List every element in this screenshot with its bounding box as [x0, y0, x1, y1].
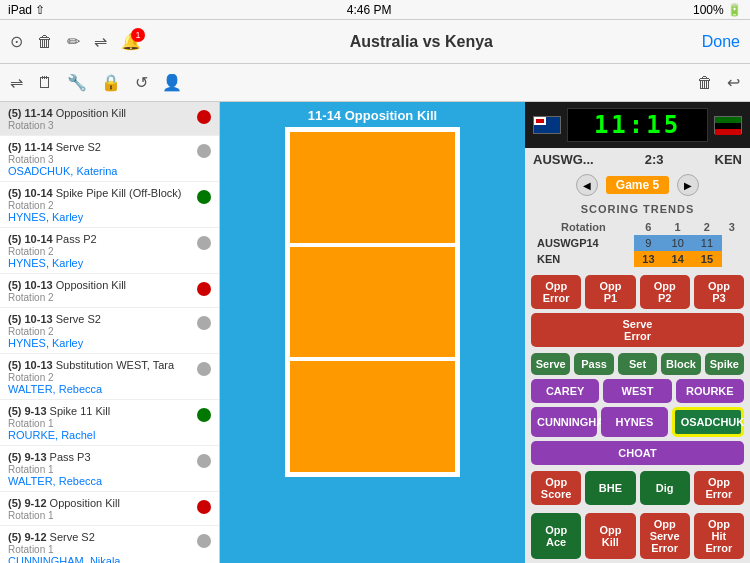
skill-buttons: Serve Pass Set Block Spike — [525, 351, 750, 377]
col-6: 6 — [634, 219, 663, 235]
play-info: (5) 10-14 Spike Pipe Kill (Off-Block) Ro… — [8, 186, 191, 223]
settings-icon[interactable]: 🔧 — [67, 73, 87, 92]
play-score: (5) 10-13 — [8, 313, 56, 325]
play-info: (5) 9-12 Opposition Kill Rotation 1 — [8, 496, 191, 521]
lock-icon[interactable]: 🔒 — [101, 73, 121, 92]
team-b-name: KEN — [715, 152, 742, 167]
aus-r6: 9 — [634, 235, 663, 251]
play-player: WALTER, Rebecca — [8, 383, 191, 395]
spike-btn[interactable]: Spike — [705, 353, 744, 375]
opp-action-row: OppError OppP1 OppP2 OppP3 ServeError — [525, 271, 750, 351]
play-info: (5) 9-12 Serve S2 Rotation 1 CUNNINGHAM,… — [8, 530, 191, 563]
ken-r6: 13 — [634, 251, 663, 267]
play-type: Substitution WEST, Tara — [56, 359, 174, 371]
play-item[interactable]: (5) 11-14 Serve S2 Rotation 3 OSADCHUK, … — [0, 136, 219, 182]
play-item[interactable]: (5) 9-12 Opposition Kill Rotation 1 — [0, 492, 219, 526]
play-type: Spike Pipe Kill (Off-Block) — [56, 187, 182, 199]
play-item[interactable]: (5) 10-14 Spike Pipe Kill (Off-Block) Ro… — [0, 182, 219, 228]
ken-r3 — [722, 251, 742, 267]
serve-btn[interactable]: Serve — [531, 353, 570, 375]
dig-btn[interactable]: Dig — [640, 471, 690, 505]
play-dot — [197, 500, 211, 514]
notification-icon[interactable]: 🔔1 — [121, 32, 141, 51]
col-3: 3 — [722, 219, 742, 235]
pass-btn[interactable]: Pass — [574, 353, 613, 375]
next-game-btn[interactable]: ▶ — [677, 174, 699, 196]
opp-kill-btn[interactable]: OppKill — [585, 513, 635, 559]
play-item[interactable]: (5) 10-13 Serve S2 Rotation 2 HYNES, Kar… — [0, 308, 219, 354]
trash-icon[interactable]: 🗑 — [697, 74, 713, 92]
play-item[interactable]: (5) 10-13 Opposition Kill Rotation 2 — [0, 274, 219, 308]
second-toolbar: ⇌ 🗒 🔧 🔒 ↺ 👤 🗑 ↩ — [0, 64, 750, 102]
play-info: (5) 11-14 Opposition Kill Rotation 3 — [8, 106, 191, 131]
west-btn[interactable]: WEST — [603, 379, 671, 403]
carey-btn[interactable]: CAREY — [531, 379, 599, 403]
court-label: 11-14 Opposition Kill — [308, 102, 437, 127]
done-button[interactable]: Done — [702, 33, 740, 51]
play-rotation: Rotation 3 — [8, 154, 191, 165]
play-rotation: Rotation 2 — [8, 292, 191, 303]
play-score: (5) 10-14 — [8, 187, 56, 199]
trends-row-aus: AUSWGP14 9 10 11 — [533, 235, 742, 251]
play-player: HYNES, Karley — [8, 257, 191, 269]
serve-error-btn[interactable]: ServeError — [531, 313, 744, 347]
play-item[interactable]: (5) 9-13 Spike 11 Kill Rotation 1 ROURKE… — [0, 400, 219, 446]
play-dot — [197, 408, 211, 422]
play-score: (5) 10-14 — [8, 233, 56, 245]
rourke-btn[interactable]: ROURKE — [676, 379, 744, 403]
swap-icon[interactable]: ⇌ — [94, 32, 107, 51]
aus-label: AUSWGP14 — [533, 235, 634, 251]
play-item[interactable]: (5) 11-14 Opposition Kill Rotation 3 — [0, 102, 219, 136]
trends-title: SCORING TRENDS — [533, 203, 742, 215]
stats-icon[interactable]: 🗒 — [37, 74, 53, 92]
choat-btn[interactable]: CHOAT — [531, 441, 744, 465]
filter-icon[interactable]: ⊙ — [10, 32, 23, 51]
play-info: (5) 11-14 Serve S2 Rotation 3 OSADCHUK, … — [8, 140, 191, 177]
player-icon[interactable]: 👤 — [162, 73, 182, 92]
opp-hit-error-btn[interactable]: OppHit Error — [694, 513, 744, 559]
hynes-btn[interactable]: HYNES — [601, 407, 667, 437]
aus-r3 — [722, 235, 742, 251]
play-info: (5) 10-13 Opposition Kill Rotation 2 — [8, 278, 191, 303]
opp-error-2-btn[interactable]: OppError — [694, 471, 744, 505]
play-item[interactable]: (5) 9-12 Serve S2 Rotation 1 CUNNINGHAM,… — [0, 526, 219, 563]
match-title: Australia vs Kenya — [350, 33, 493, 51]
trends-table: Rotation 6 1 2 3 AUSWGP14 9 10 11 — [533, 219, 742, 267]
play-item[interactable]: (5) 9-13 Pass P3 Rotation 1 WALTER, Rebe… — [0, 446, 219, 492]
game-label: Game 5 — [606, 176, 669, 194]
prev-game-btn[interactable]: ◀ — [576, 174, 598, 196]
set-btn[interactable]: Set — [618, 353, 657, 375]
team-a-name: AUSWG... — [533, 152, 594, 167]
opp-p3-btn[interactable]: OppP3 — [694, 275, 744, 309]
opp-p1-btn[interactable]: OppP1 — [585, 275, 635, 309]
choat-row: CHOAT — [525, 439, 750, 467]
players-row-2: CUNNINGHA... HYNES OSADCHUK — [525, 405, 750, 439]
opp-score-btn[interactable]: OppScore — [531, 471, 581, 505]
opp-ace-btn[interactable]: OppAce — [531, 513, 581, 559]
play-item[interactable]: (5) 10-13 Substitution WEST, Tara Rotati… — [0, 354, 219, 400]
bhe-btn[interactable]: BHE — [585, 471, 635, 505]
opp-serve-error-btn[interactable]: OppServe Error — [640, 513, 690, 559]
volleyball-court — [285, 127, 460, 477]
col-1: 1 — [663, 219, 692, 235]
play-score: (5) 9-12 — [8, 497, 50, 509]
play-item[interactable]: (5) 10-14 Pass P2 Rotation 2 HYNES, Karl… — [0, 228, 219, 274]
status-bar: iPad ⇧ 4:46 PM 100% 🔋 — [0, 0, 750, 20]
opp-p2-btn[interactable]: OppP2 — [640, 275, 690, 309]
edit-icon[interactable]: ✏ — [67, 32, 80, 51]
back-icon[interactable]: ↩ — [727, 73, 740, 92]
play-rotation: Rotation 2 — [8, 246, 191, 257]
delete-icon[interactable]: 🗑 — [37, 33, 53, 51]
play-type: Serve S2 — [56, 141, 101, 153]
main-content: (5) 11-14 Opposition Kill Rotation 3 (5)… — [0, 102, 750, 563]
col-2: 2 — [692, 219, 721, 235]
play-list: (5) 11-14 Opposition Kill Rotation 3 (5)… — [0, 102, 220, 563]
play-score: (5) 11-14 — [8, 141, 56, 153]
block-btn[interactable]: Block — [661, 353, 700, 375]
toolbar2-right: 🗑 ↩ — [697, 73, 740, 92]
undo-icon[interactable]: ↺ — [135, 73, 148, 92]
opp-error-btn[interactable]: OppError — [531, 275, 581, 309]
osadchuk-btn[interactable]: OSADCHUK — [672, 407, 744, 437]
cunningham-btn[interactable]: CUNNINGHA... — [531, 407, 597, 437]
rotation-icon[interactable]: ⇌ — [10, 73, 23, 92]
